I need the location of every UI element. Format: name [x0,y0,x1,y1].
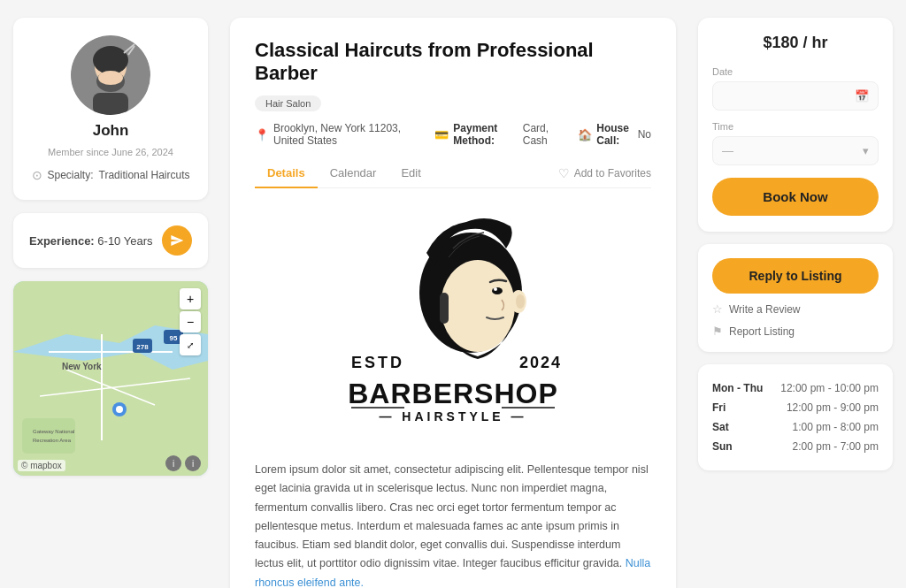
calendar-icon: 📅 [855,89,869,103]
hours-time: 12:00 pm - 9:00 pm [787,401,879,414]
listing-title: Classical Haircuts from Professional Bar… [255,39,651,85]
svg-text:ESTD: ESTD [351,354,404,371]
svg-point-31 [494,287,497,291]
house-call-value: No [638,128,651,141]
svg-text:278: 278 [136,343,149,351]
listing-description: Lorem ipsum dolor sit amet, consectetur … [255,461,651,588]
svg-text:— HAIRSTYLE —: — HAIRSTYLE — [379,409,526,424]
heart-icon: ♡ [558,166,570,180]
chevron-down-icon: ▾ [863,144,869,157]
right-panel: $180 / hr Date 📅 Time — ▾ Book Now Reply… [694,0,906,588]
hours-time: 1:00 pm - 8:00 pm [793,421,879,433]
profile-card: John Member since June 26, 2024 ⊙ Specia… [13,18,208,200]
send-button[interactable] [162,225,192,256]
write-review-row[interactable]: ☆ Write a Review [712,302,879,316]
house-call-label: House Call: [596,122,633,147]
hours-row: Sun 2:00 pm - 7:00 pm [712,437,879,456]
svg-point-29 [516,294,525,309]
specialty-label: Specialty: [48,169,94,181]
time-label: Time [712,121,879,132]
map-expand[interactable]: ⤢ [180,334,201,355]
svg-text:BARBERSHOP: BARBERSHOP [348,378,558,409]
hours-row: Sat 1:00 pm - 8:00 pm [712,417,879,437]
experience-card: Experience: 6-10 Years [13,213,208,268]
map-attribution: © mapbox [18,460,65,471]
meta-location: 📍 Brooklyn, New York 11203, United State… [255,122,418,147]
time-select[interactable]: — ▾ [712,136,879,165]
hours-row: Mon - Thu 12:00 pm - 10:00 pm [712,378,879,398]
price-header: $180 / hr [712,34,879,52]
house-icon: 🏠 [578,128,592,141]
map-svg: New York 95 278 Gateway National Recreat… [13,281,208,476]
profile-specialty: ⊙ Specialty: Traditional Haircuts [32,168,190,182]
hours-time: 12:00 pm - 10:00 pm [780,382,879,394]
svg-text:Gateway National: Gateway National [33,429,74,434]
experience-text: Experience: 6-10 Years [29,234,153,248]
svg-text:Recreation Area: Recreation Area [33,438,72,443]
map-info-icon-2[interactable]: i [185,455,201,471]
hours-row: Fri 12:00 pm - 9:00 pm [712,398,879,417]
report-listing-row[interactable]: ⚑ Report Listing [712,325,879,338]
specialty-value: Traditional Haircuts [99,169,190,181]
profile-name: John [93,122,129,140]
reply-to-listing-button[interactable]: Reply to Listing [712,258,879,294]
listing-tabs: Details Calendar Edit ♡ Add to Favorites [255,159,651,188]
tab-edit[interactable]: Edit [388,159,433,188]
listing-card: Classical Haircuts from Professional Bar… [230,18,676,588]
listing-tag[interactable]: Hair Salon [255,95,321,111]
svg-point-30 [492,287,503,294]
time-value: — [722,144,733,157]
location-icon: 📍 [255,128,269,141]
map-card: New York 95 278 Gateway National Recreat… [13,281,208,476]
write-review-label: Write a Review [729,303,800,316]
svg-rect-7 [93,93,128,115]
sidebar: John Member since June 26, 2024 ⊙ Specia… [0,0,221,588]
svg-rect-22 [22,418,75,454]
map-controls: + − ⤢ [180,288,201,355]
map-placeholder: New York 95 278 Gateway National Recreat… [13,281,208,476]
date-input[interactable]: 📅 [712,81,879,111]
add-favorites-button[interactable]: ♡ Add to Favorites [558,166,651,180]
payment-label: Payment Method: [453,122,518,147]
experience-label: Experience: [29,234,95,248]
svg-text:New York: New York [62,362,102,371]
profile-member-since: Member since June 26, 2024 [48,147,173,157]
svg-text:2024: 2024 [519,354,562,371]
avatar [71,35,150,115]
svg-point-17 [116,406,123,413]
listing-meta: 📍 Brooklyn, New York 11203, United State… [255,122,651,147]
map-zoom-in[interactable]: + [180,288,201,309]
map-info-icon-1[interactable]: i [165,455,181,471]
reply-card: Reply to Listing ☆ Write a Review ⚑ Repo… [698,244,893,352]
payment-value: Card, Cash [523,122,563,147]
specialty-icon: ⊙ [32,168,42,182]
map-zoom-out[interactable]: − [180,311,201,332]
location-text: Brooklyn, New York 11203, United States [273,122,418,147]
payment-icon: 💳 [434,128,449,141]
svg-point-2 [93,46,128,74]
meta-house-call: 🏠 House Call: No [578,122,651,147]
hours-time: 2:00 pm - 7:00 pm [793,440,879,453]
svg-text:95: 95 [170,334,178,342]
meta-payment: 💳 Payment Method: Card, Cash [434,122,562,147]
hours-schedule: Mon - Thu 12:00 pm - 10:00 pm Fri 12:00 … [712,378,879,456]
date-label: Date [712,66,879,77]
svg-rect-32 [440,293,449,324]
flag-icon: ⚑ [712,325,723,338]
add-favorites-label: Add to Favorites [574,167,651,179]
svg-point-4 [98,71,123,85]
hours-day: Sun [712,440,774,453]
hours-day: Mon - Thu [712,382,774,394]
barbershop-logo: ESTD 2024 BARBERSHOP — HAIRSTYLE — [255,204,651,461]
tab-calendar[interactable]: Calendar [318,159,389,188]
main-content: Classical Haircuts from Professional Bar… [221,0,694,588]
report-listing-label: Report Listing [729,325,795,338]
experience-value: 6-10 Years [97,234,152,248]
star-icon: ☆ [712,302,723,316]
send-icon [170,233,184,248]
tab-details[interactable]: Details [255,159,318,188]
hours-day: Sat [712,421,774,433]
hours-day: Fri [712,401,774,414]
book-now-button[interactable]: Book Now [712,178,879,216]
map-info-icons: i i [165,455,201,471]
